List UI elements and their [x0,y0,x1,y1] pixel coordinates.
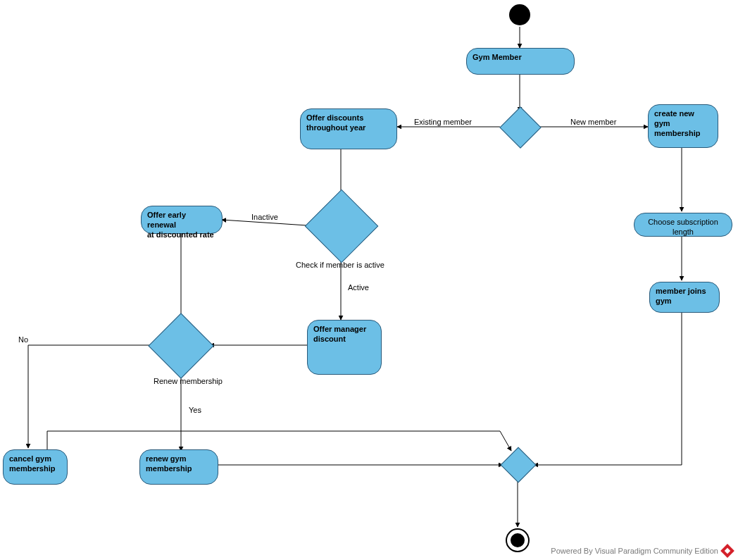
node-label-line: renew gym [146,454,212,464]
node-member-joins: member joins gym [649,282,720,313]
node-label-line: Offer early renewal [147,211,216,230]
edge-label-existing-member: Existing member [414,118,472,126]
edge-label-active: Active [348,283,369,292]
node-label: Gym Member [473,53,568,63]
footer-text: Powered By Visual Paradigm Community Edi… [551,547,718,555]
merge-node [501,447,537,483]
node-gym-member: Gym Member [466,48,575,75]
node-label-line: throughout year [306,123,391,133]
node-renew-membership: renew gym membership [139,449,218,485]
node-label-line: cancel gym [9,454,61,464]
node-label-line: membership [654,129,712,139]
edge-label-yes: Yes [189,406,201,414]
node-label-line: member joins [656,287,713,297]
node-label-line: Offer manager [313,325,375,335]
node-label-line: gym [654,119,712,129]
node-early-renewal: Offer early renewal at discounted rate [141,206,223,234]
decision-member-type [499,106,541,148]
node-label-line: gym [656,297,713,306]
edges-layer [0,0,738,560]
node-choose-subscription: Choose subscription length [634,213,732,237]
edge-label-inactive: Inactive [251,213,278,221]
edge-label-renew-membership: Renew membership [154,377,223,385]
node-label-line: discount [313,335,375,344]
visual-paradigm-icon [720,544,734,558]
node-label-line: membership [9,464,61,474]
node-label-line: membership [146,464,212,474]
node-label-line: at discounted rate [147,230,216,240]
node-offer-discounts: Offer discounts throughout year [300,108,397,149]
decision-renew-membership [148,313,213,378]
node-manager-discount: Offer manager discount [307,320,382,375]
node-create-new-membership: create new gym membership [648,104,718,148]
edge-label-no: No [18,335,28,344]
edge-label-new-member: New member [570,118,616,126]
node-label: Choose subscription length [640,218,726,237]
decision-check-active [305,189,379,263]
footer-attribution: Powered By Visual Paradigm Community Edi… [551,546,732,556]
node-label-line: create new [654,109,712,119]
node-label-line: Offer discounts [306,113,391,123]
node-cancel-membership: cancel gym membership [3,449,68,485]
edge-label-check-active: Check if member is active [296,261,384,269]
end-node [506,528,530,552]
start-node [509,4,530,25]
